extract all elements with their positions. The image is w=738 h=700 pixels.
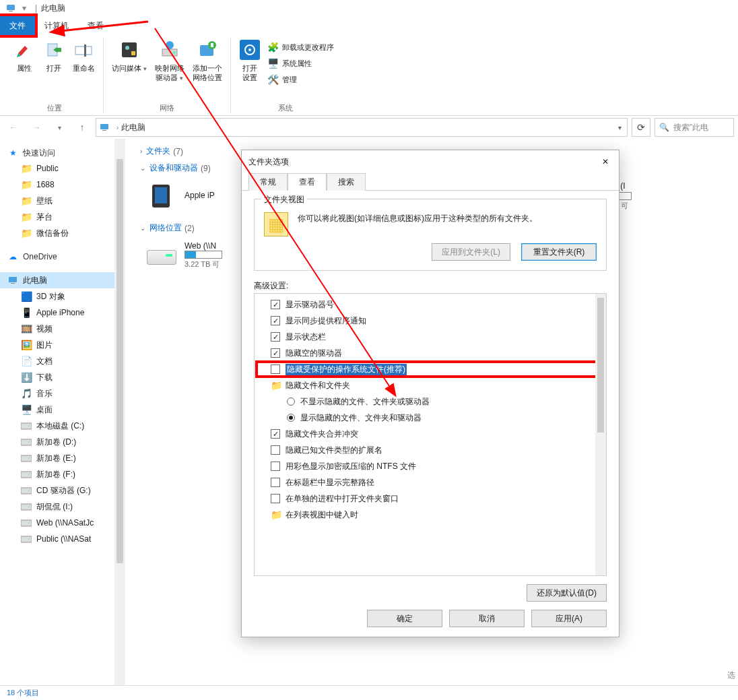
tile-sub: 3.22 TB 可	[184, 259, 232, 269]
btn-access-media[interactable]: 访问媒体	[108, 38, 151, 75]
tree-item[interactable]: ✓显示驱动器号	[256, 296, 605, 313]
dialog-tab-view-label: 查看	[299, 177, 315, 187]
group-folders-title: 文件夹	[146, 146, 170, 157]
nav-item-label: CD 驱动器 (G:)	[36, 485, 91, 497]
ribbon-tab-computer[interactable]: 计算机	[35, 16, 78, 35]
btn-open[interactable]: 打开	[39, 38, 69, 74]
btn-properties[interactable]: 属性	[9, 38, 39, 74]
nav-pc-item[interactable]: 🎞️视频	[0, 321, 125, 337]
btn-sysprops[interactable]: 🖥️系统属性	[267, 55, 334, 71]
nav-pc-item[interactable]: Web (\\NASatJc	[0, 515, 125, 531]
nav-pc-item[interactable]: 本地磁盘 (C:)	[0, 418, 125, 434]
address-text: 此电脑	[121, 122, 145, 133]
address-dropdown[interactable]: ▾	[613, 121, 626, 133]
ok-button[interactable]: 确定	[367, 610, 442, 627]
tree-scrollbar[interactable]	[595, 294, 606, 575]
nav-history[interactable]: ▾	[50, 118, 69, 137]
nav-quick-item[interactable]: 📁微信备份	[0, 225, 125, 241]
btn-open-label: 打开	[46, 63, 61, 73]
nav-pc-item[interactable]: 🖼️图片	[0, 337, 125, 353]
radio-icon	[287, 414, 295, 422]
nav-item-label: 本地磁盘 (C:)	[36, 420, 84, 432]
nav-pc-item[interactable]: CD 驱动器 (G:)	[0, 482, 125, 499]
advanced-settings-label: 高级设置:	[254, 280, 607, 292]
nav-up[interactable]: ↑	[73, 118, 92, 137]
dialog-close-button[interactable]: ✕	[596, 154, 615, 169]
nav-pane[interactable]: ★快速访问 📁Public📁1688📁壁纸📁茅台📁微信备份 ☁OneDrive …	[0, 139, 125, 685]
dialog-tab-general[interactable]: 常规	[248, 173, 288, 191]
nav-pc-item[interactable]: 新加卷 (D:)	[0, 434, 125, 450]
svg-rect-37	[21, 520, 32, 526]
checkbox-icon: ✓	[271, 429, 280, 439]
nav-item-icon: 🖼️	[20, 339, 32, 351]
ribbon-tab-file[interactable]: 文件	[0, 16, 35, 35]
apply-to-folders-label: 应用到文件夹(L)	[442, 247, 500, 258]
tree-item[interactable]: ✓显示状态栏	[256, 329, 605, 345]
nav-pc-item[interactable]: 📱Apple iPhone	[0, 305, 125, 321]
nav-quick-item[interactable]: 📁茅台	[0, 209, 125, 225]
btn-rename[interactable]: 重命名	[69, 38, 99, 74]
nav-quick-item[interactable]: 📁壁纸	[0, 193, 125, 209]
tree-item[interactable]: 隐藏受保护的操作系统文件(推荐)	[256, 361, 605, 377]
apply-button[interactable]: 应用(A)	[531, 610, 607, 627]
nav-scrollbar[interactable]	[114, 139, 125, 685]
btn-manage[interactable]: 🛠️管理	[267, 71, 334, 88]
nav-pc-item[interactable]: 🟦3D 对象	[0, 288, 125, 305]
tree-item[interactable]: 不显示隐藏的文件、文件夹或驱动器	[256, 393, 605, 410]
svg-point-26	[28, 425, 30, 426]
ribbon-tab-view[interactable]: 查看	[78, 16, 113, 35]
btn-open-settings[interactable]: 打开 设置	[235, 38, 265, 84]
tree-item[interactable]: 📁在列表视图中键入时	[256, 507, 605, 523]
nav-pc-item[interactable]: 新加卷 (E:)	[0, 450, 125, 466]
apply-to-folders-button[interactable]: 应用到文件夹(L)	[432, 243, 510, 261]
cancel-button[interactable]: 取消	[449, 610, 525, 627]
nav-pc-item[interactable]: ⬇️下载	[0, 369, 125, 385]
nav-thispc-label: 此电脑	[23, 275, 47, 286]
ribbon-tab-computer-label: 计算机	[44, 20, 69, 32]
dialog-tab-view[interactable]: 查看	[288, 173, 327, 191]
drive-tile[interactable]: Web (\\N3.22 TB 可	[145, 239, 232, 272]
tree-item[interactable]: ✓隐藏空的驱动器	[256, 345, 605, 361]
nav-pc-item[interactable]: 新加卷 (F:)	[0, 466, 125, 482]
restore-defaults-button[interactable]: 还原为默认值(D)	[527, 584, 607, 602]
ribbon-tab-view-label: 查看	[88, 20, 104, 32]
search-input[interactable]: 🔍 搜索"此电	[655, 118, 734, 137]
nav-quick-item[interactable]: 📁Public	[0, 160, 125, 177]
tree-item[interactable]: 在标题栏中显示完整路径	[256, 474, 605, 490]
btn-add-netloc[interactable]: 添加一个 网络位置	[189, 38, 226, 84]
tree-item[interactable]: 📁隐藏文件和文件夹	[256, 377, 605, 393]
group-drives-count: (9)	[201, 164, 211, 173]
svg-point-36	[28, 506, 30, 507]
tree-item[interactable]: ✓隐藏文件夹合并冲突	[256, 426, 605, 442]
onedrive-icon: ☁	[7, 251, 19, 263]
btn-uninstall[interactable]: 🧩卸载或更改程序	[267, 39, 334, 55]
nav-item-icon	[20, 501, 32, 513]
drive-tile[interactable]: Apple iP	[145, 179, 232, 212]
address-bar[interactable]: › 此电脑 ▾	[96, 118, 628, 137]
reset-folders-button[interactable]: 重置文件夹(R)	[521, 243, 597, 261]
nav-back[interactable]: ←	[4, 118, 23, 137]
btn-open-settings-label: 打开 设置	[242, 63, 257, 82]
svg-rect-10	[131, 51, 135, 55]
nav-pc-item[interactable]: 📄文档	[0, 353, 125, 369]
nav-onedrive[interactable]: ☁OneDrive	[0, 249, 125, 264]
nav-refresh[interactable]: ⟳	[632, 118, 650, 137]
nav-pc-item[interactable]: 🖥️桌面	[0, 402, 125, 418]
nav-pc-item[interactable]: 🎵音乐	[0, 385, 125, 402]
tree-item[interactable]: 隐藏已知文件类型的扩展名	[256, 442, 605, 458]
tree-item[interactable]: ✓显示同步提供程序通知	[256, 313, 605, 329]
dialog-tab-search[interactable]: 搜索	[327, 173, 366, 191]
nav-pc-item[interactable]: Public (\\NASat	[0, 531, 125, 547]
tree-item[interactable]: 显示隐藏的文件、文件夹和驱动器	[256, 410, 605, 426]
tree-item[interactable]: 在单独的进程中打开文件夹窗口	[256, 490, 605, 507]
nav-quick-item[interactable]: 📁1688	[0, 177, 125, 193]
qat-divider-icon: ▾	[19, 3, 30, 13]
nav-quickaccess[interactable]: ★快速访问	[0, 146, 125, 160]
advanced-settings-tree[interactable]: ✓显示驱动器号✓显示同步提供程序通知✓显示状态栏✓隐藏空的驱动器隐藏受保护的操作…	[254, 293, 607, 576]
btn-map-drive[interactable]: 映射网络 驱动器	[151, 38, 189, 84]
nav-forward[interactable]: →	[27, 118, 46, 137]
tree-item[interactable]: 用彩色显示加密或压缩的 NTFS 文件	[256, 458, 605, 474]
nav-thispc[interactable]: 此电脑	[0, 272, 125, 288]
ok-label: 确定	[397, 613, 413, 625]
nav-pc-item[interactable]: 胡侃侃 (I:)	[0, 499, 125, 515]
